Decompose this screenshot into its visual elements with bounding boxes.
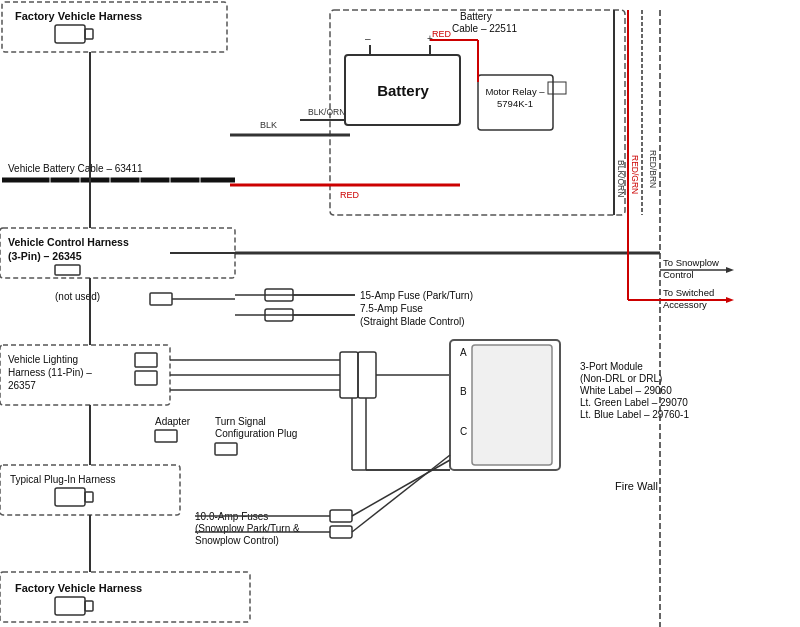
svg-rect-46 (150, 293, 172, 305)
svg-rect-95 (0, 465, 180, 515)
svg-rect-31 (85, 29, 93, 39)
svg-rect-10 (548, 82, 566, 94)
svg-text:White Label – 29060: White Label – 29060 (580, 385, 672, 396)
svg-text:Typical Plug-In Harness: Typical Plug-In Harness (10, 474, 116, 485)
svg-text:A: A (460, 347, 467, 358)
svg-text:Adapter: Adapter (155, 416, 191, 427)
svg-text:–: – (365, 33, 371, 44)
svg-text:Vehicle Control Harness: Vehicle Control Harness (8, 236, 129, 248)
svg-rect-106 (0, 572, 250, 622)
svg-text:Fire Wall: Fire Wall (615, 480, 658, 492)
svg-text:(3-Pin) – 26345: (3-Pin) – 26345 (8, 250, 82, 262)
svg-text:(not used): (not used) (55, 291, 100, 302)
svg-text:To Switched: To Switched (663, 287, 714, 298)
svg-rect-66 (155, 430, 177, 442)
svg-text:BLK: BLK (260, 120, 277, 130)
svg-text:Vehicle Battery Cable – 63411: Vehicle Battery Cable – 63411 (8, 163, 143, 174)
svg-text:RED: RED (340, 190, 360, 200)
svg-text:Battery: Battery (377, 82, 429, 99)
svg-rect-102 (330, 510, 352, 522)
svg-rect-97 (55, 488, 85, 506)
svg-rect-109 (85, 601, 93, 611)
svg-rect-98 (85, 492, 93, 502)
svg-text:26357: 26357 (8, 380, 36, 391)
svg-text:3-Port Module: 3-Port Module (580, 361, 643, 372)
svg-text:To Snowplow: To Snowplow (663, 257, 719, 268)
svg-text:Cable – 22511: Cable – 22511 (452, 23, 517, 34)
svg-text:Turn Signal: Turn Signal (215, 416, 266, 427)
svg-rect-30 (55, 25, 85, 43)
svg-text:Lt. Blue Label – 29760-1: Lt. Blue Label – 29760-1 (580, 409, 689, 420)
svg-text:Control: Control (663, 269, 694, 280)
svg-marker-89 (726, 267, 734, 273)
svg-text:Factory Vehicle Harness: Factory Vehicle Harness (15, 582, 142, 594)
svg-rect-43 (55, 265, 80, 275)
svg-rect-71 (340, 352, 358, 398)
svg-text:RED/GRN: RED/GRN (630, 155, 640, 194)
svg-text:BLK/ORN: BLK/ORN (308, 107, 345, 117)
svg-rect-61 (135, 353, 157, 367)
wiring-diagram: Battery – + Motor Relay – 5794K-1 Batter… (0, 0, 800, 627)
svg-text:Motor Relay –: Motor Relay – (485, 86, 545, 97)
svg-text:C: C (460, 426, 467, 437)
svg-text:Snowplow Control): Snowplow Control) (195, 535, 279, 546)
svg-text:7.5-Amp Fuse: 7.5-Amp Fuse (360, 303, 423, 314)
svg-text:5794K-1: 5794K-1 (497, 98, 533, 109)
svg-text:Factory Vehicle Harness: Factory Vehicle Harness (15, 10, 142, 22)
svg-rect-108 (55, 597, 85, 615)
svg-rect-62 (135, 371, 157, 385)
svg-text:Lt. Green Label – 29070: Lt. Green Label – 29070 (580, 397, 688, 408)
svg-text:B: B (460, 386, 467, 397)
svg-rect-103 (330, 526, 352, 538)
svg-text:Configuration Plug: Configuration Plug (215, 428, 297, 439)
svg-rect-78 (472, 345, 552, 465)
svg-text:Accessory: Accessory (663, 299, 707, 310)
svg-text:(Straight Blade Control): (Straight Blade Control) (360, 316, 465, 327)
svg-text:Battery: Battery (460, 11, 492, 22)
svg-text:RED: RED (432, 29, 452, 39)
svg-text:BLK/ORN: BLK/ORN (616, 160, 626, 197)
svg-text:Harness (11-Pin) –: Harness (11-Pin) – (8, 367, 92, 378)
svg-text:(Non-DRL or DRL): (Non-DRL or DRL) (580, 373, 662, 384)
svg-rect-67 (215, 443, 237, 455)
svg-text:RED/BRN: RED/BRN (648, 150, 658, 188)
svg-marker-94 (726, 297, 734, 303)
svg-text:15-Amp Fuse (Park/Turn): 15-Amp Fuse (Park/Turn) (360, 290, 473, 301)
svg-rect-72 (358, 352, 376, 398)
svg-text:Vehicle Lighting: Vehicle Lighting (8, 354, 78, 365)
